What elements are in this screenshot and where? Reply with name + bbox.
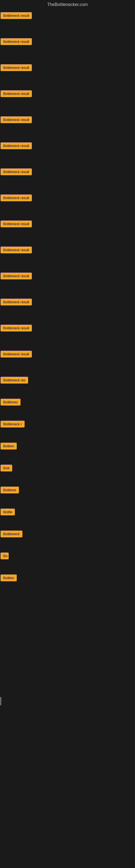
bottleneck-badge: Bottlen xyxy=(1,443,17,450)
bottleneck-badge: Bottlenec xyxy=(1,399,20,405)
list-item[interactable]: Bo xyxy=(1,552,134,561)
list-item[interactable]: Bottlenec xyxy=(1,398,134,407)
list-item[interactable]: Bottleneck result xyxy=(1,350,134,359)
bottleneck-badge: Bottleneck result xyxy=(1,90,32,97)
bottleneck-badge: Bottleneck result xyxy=(1,351,32,358)
list-item[interactable]: Bottleneck r xyxy=(1,420,134,429)
list-item[interactable]: Bott xyxy=(1,464,134,473)
list-item[interactable]: Bottleneck result xyxy=(1,324,134,333)
list-item[interactable]: Bottleneck result xyxy=(1,246,134,255)
items-container: Bottleneck resultBottleneck resultBottle… xyxy=(0,9,135,596)
list-item[interactable]: Bottleneck result xyxy=(1,298,134,307)
list-item[interactable]: Bottleneck result xyxy=(1,116,134,125)
list-item[interactable]: Bottleneck result xyxy=(1,220,134,229)
list-item[interactable]: Bottleneck result xyxy=(1,12,134,21)
bottleneck-badge: Bottleneck xyxy=(1,531,22,537)
list-item[interactable]: Bottleneck result xyxy=(1,90,134,99)
bottleneck-badge: Bottlen xyxy=(1,575,17,581)
bottleneck-badge: Bottleneck result xyxy=(1,325,32,332)
bottleneck-badge: Bottleneck result xyxy=(1,220,32,227)
bottleneck-badge: Bottleneck result xyxy=(1,299,32,305)
list-item[interactable]: Bottleneck result xyxy=(1,38,134,46)
list-item[interactable]: Bottlen xyxy=(1,574,134,583)
bottleneck-badge: Bo xyxy=(1,553,9,559)
list-item[interactable]: Bottle xyxy=(1,508,134,517)
list-item[interactable]: Bottlene xyxy=(1,486,134,495)
list-item[interactable]: Bottleneck result xyxy=(1,168,134,177)
bottleneck-badge: Bottlene xyxy=(1,487,19,493)
bottleneck-badge: Bottleneck result xyxy=(1,194,32,201)
bottleneck-badge: Bottleneck result xyxy=(1,12,32,19)
list-item[interactable]: Bottleneck result xyxy=(1,142,134,151)
list-item[interactable]: Bottlen xyxy=(1,442,134,451)
list-item[interactable]: Bottleneck xyxy=(1,530,134,539)
bottleneck-badge: Bottleneck result xyxy=(1,247,32,253)
list-item[interactable]: Bottleneck result xyxy=(1,194,134,203)
bottleneck-badge: Bottleneck result xyxy=(1,116,32,123)
bottleneck-badge: Bott xyxy=(1,465,12,471)
bottleneck-badge: Bottleneck res xyxy=(1,377,28,383)
bottleneck-badge: Bottleneck result xyxy=(1,168,32,175)
list-item[interactable]: Bottleneck res xyxy=(1,376,134,385)
bottleneck-badge: Bottleneck result xyxy=(1,38,32,45)
site-title: TheBottlenecker.com xyxy=(0,0,135,9)
bottleneck-badge: Bottleneck result xyxy=(1,273,32,279)
bottleneck-badge: Bottleneck result xyxy=(1,64,32,71)
cursor-line xyxy=(1,697,1,705)
bottleneck-badge: Bottle xyxy=(1,508,15,516)
list-item[interactable]: Bottleneck result xyxy=(1,272,134,281)
list-item[interactable]: Bottleneck result xyxy=(1,64,134,73)
bottleneck-badge: Bottleneck r xyxy=(1,421,25,428)
bottleneck-badge: Bottleneck result xyxy=(1,143,32,149)
